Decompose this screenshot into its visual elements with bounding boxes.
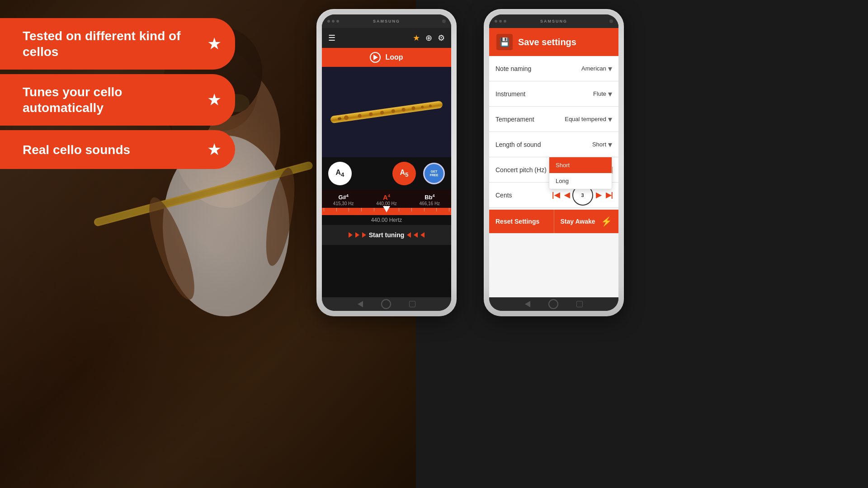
note-a4-bubble[interactable]: A4 bbox=[328, 162, 352, 185]
tick bbox=[349, 208, 349, 211]
tick bbox=[361, 208, 362, 211]
phone-dot bbox=[499, 20, 502, 23]
phone-2-camera bbox=[609, 19, 613, 23]
length-sound-dropdown-arrow[interactable]: ▾ bbox=[608, 140, 612, 150]
phone-1-bottom-nav bbox=[322, 297, 451, 311]
feature-text-2: Tunes your cello automatically bbox=[23, 84, 198, 116]
start-tuning-label: Start tuning bbox=[369, 231, 405, 239]
star-icon-2: ★ bbox=[207, 90, 222, 109]
back-nav-button[interactable] bbox=[358, 301, 363, 307]
note-a4-label: A4 bbox=[336, 169, 344, 178]
start-tuning-bar[interactable]: Start tuning bbox=[322, 225, 451, 245]
tick bbox=[374, 208, 374, 211]
phone-1-brand: SAMSUNG bbox=[373, 19, 400, 23]
phone-1-camera bbox=[442, 19, 446, 23]
freq-gsharp4: G#4 415,30 Hz bbox=[333, 193, 354, 206]
back-icon-2 bbox=[414, 232, 418, 238]
freq-note-bb4: Bb4 bbox=[420, 193, 440, 201]
tuner-indicator bbox=[383, 206, 390, 212]
length-sound-dropdown: Short Long bbox=[549, 157, 612, 189]
recents-button[interactable] bbox=[409, 301, 415, 307]
phones-container: SAMSUNG ☰ ★ ⊕ ⚙ bbox=[316, 9, 624, 316]
phone-dot bbox=[336, 20, 339, 23]
settings-icon[interactable]: ⚙ bbox=[438, 33, 445, 43]
note-a5-bubble[interactable]: A5 bbox=[392, 162, 416, 185]
tick bbox=[336, 208, 337, 211]
back-icon-3 bbox=[420, 232, 425, 238]
favorite-icon[interactable]: ★ bbox=[413, 33, 420, 43]
freq-hz-gsharp4: 415,30 Hz bbox=[333, 201, 354, 206]
note-naming-label: Note naming bbox=[495, 65, 581, 72]
home-button-2[interactable] bbox=[548, 299, 558, 309]
phone-1: SAMSUNG ☰ ★ ⊕ ⚙ bbox=[316, 9, 457, 316]
notes-row: A4 A5 GET FREE bbox=[322, 157, 451, 190]
temperament-row: Temperament Equal tempered ▾ bbox=[489, 107, 618, 132]
play-icon bbox=[349, 232, 353, 238]
tuner-bar bbox=[322, 208, 451, 215]
back-icon bbox=[407, 232, 411, 238]
freq-a4-center: A4 440,00 Hz bbox=[376, 193, 397, 206]
length-sound-label: Length of sound bbox=[495, 141, 592, 148]
dropdown-option-long[interactable]: Long bbox=[549, 173, 612, 189]
frequencies-bar: G#4 415,30 Hz A4 440,00 Hz Bb4 466,16 Hz bbox=[322, 190, 451, 208]
cents-first-button[interactable]: |◀ bbox=[550, 190, 561, 200]
freq-note-gsharp4: G#4 bbox=[333, 193, 354, 201]
temperament-value: Equal tempered bbox=[565, 116, 606, 122]
play-icon-3 bbox=[362, 232, 366, 238]
note-naming-value: American bbox=[581, 65, 606, 72]
flute-svg bbox=[328, 99, 445, 126]
get-free-label: GET bbox=[431, 170, 437, 174]
phone-2-screen: 💾 Save settings Note naming American ▾ I… bbox=[489, 28, 618, 297]
feature-badge-1: Tested on different kind of cellos ★ bbox=[0, 18, 235, 70]
phone-1-screen-header: ☰ ★ ⊕ ⚙ bbox=[322, 28, 451, 48]
instrument-row: Instrument Flute ▾ bbox=[489, 81, 618, 107]
phone-dot bbox=[495, 20, 497, 23]
note-naming-dropdown-arrow[interactable]: ▾ bbox=[608, 64, 612, 74]
awake-icon: ⚡ bbox=[601, 216, 612, 227]
home-button[interactable] bbox=[381, 299, 391, 309]
concert-pitch-label: Concert pitch (Hz) bbox=[493, 166, 548, 174]
hamburger-icon[interactable]: ☰ bbox=[328, 33, 335, 43]
instrument-label: Instrument bbox=[495, 90, 593, 98]
instrument-dropdown-arrow[interactable]: ▾ bbox=[608, 89, 612, 99]
phone-2-dots bbox=[495, 20, 506, 23]
stay-awake-label: Stay Awake bbox=[561, 218, 595, 225]
cents-label: Cents bbox=[493, 192, 548, 199]
save-icon: 💾 bbox=[500, 37, 509, 47]
feature-text-1: Tested on different kind of cellos bbox=[23, 28, 198, 60]
phone-1-screen: ☰ ★ ⊕ ⚙ Loop bbox=[322, 28, 451, 297]
loop-bar: Loop bbox=[322, 48, 451, 67]
cents-prev-button[interactable]: ◀ bbox=[562, 190, 571, 200]
star-icon-3: ★ bbox=[207, 140, 222, 159]
loop-play-button[interactable] bbox=[370, 52, 381, 63]
tick bbox=[436, 208, 437, 211]
features-list: Tested on different kind of cellos ★ Tun… bbox=[0, 18, 244, 169]
phone-1-top-bar: SAMSUNG bbox=[322, 14, 451, 28]
get-free-button[interactable]: GET FREE bbox=[423, 163, 445, 184]
back-nav-button-2[interactable] bbox=[525, 301, 530, 307]
loop-play-arrow-icon bbox=[373, 55, 378, 60]
get-free-label2: FREE bbox=[430, 174, 439, 177]
phone-1-dots bbox=[327, 20, 339, 23]
save-icon-box: 💾 bbox=[496, 34, 513, 50]
feature-badge-2: Tunes your cello automatically ★ bbox=[0, 74, 235, 126]
temperament-label: Temperament bbox=[495, 116, 565, 123]
cents-next-button[interactable]: ▶ bbox=[594, 190, 603, 200]
reset-row: Reset Settings Stay Awake ⚡ bbox=[489, 210, 618, 233]
stay-awake-button[interactable]: Stay Awake ⚡ bbox=[554, 210, 619, 233]
phone-2-bottom-nav bbox=[489, 297, 618, 311]
dropdown-option-short[interactable]: Short bbox=[549, 157, 612, 173]
recents-button-2[interactable] bbox=[576, 301, 583, 307]
tick bbox=[324, 208, 324, 211]
length-sound-row: Length of sound Short ▾ Short Long bbox=[489, 132, 618, 157]
phone-1-header-icons: ★ ⊕ ⚙ bbox=[413, 33, 445, 43]
note-a5-label: A5 bbox=[400, 169, 409, 178]
reset-settings-button[interactable]: Reset Settings bbox=[489, 210, 554, 233]
instrument-display bbox=[322, 67, 451, 157]
tick bbox=[424, 208, 425, 211]
instrument-value: Flute bbox=[593, 90, 606, 97]
add-icon[interactable]: ⊕ bbox=[425, 33, 432, 43]
temperament-dropdown-arrow[interactable]: ▾ bbox=[608, 114, 612, 124]
cents-last-button[interactable]: ▶| bbox=[604, 190, 615, 200]
svg-rect-14 bbox=[330, 101, 443, 124]
